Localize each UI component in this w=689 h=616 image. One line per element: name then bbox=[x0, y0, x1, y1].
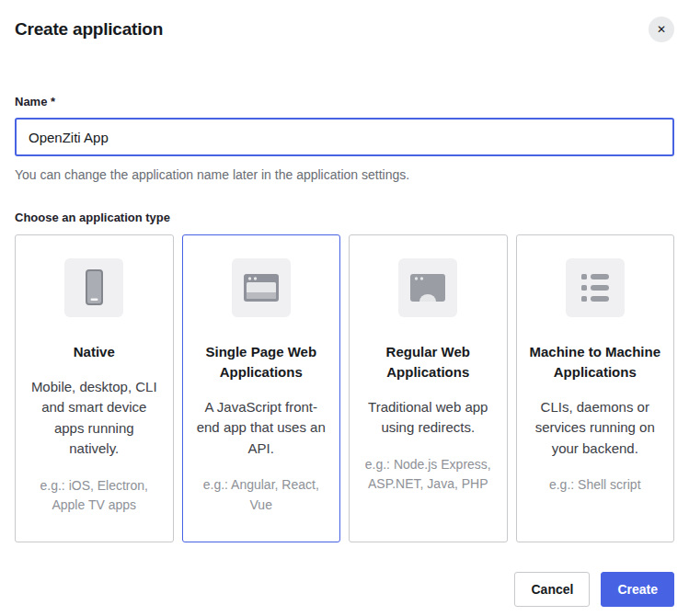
app-type-description: Traditional web app using redirects. bbox=[362, 397, 495, 439]
application-name-input[interactable] bbox=[15, 118, 674, 156]
app-type-title: Single Page Web Applications bbox=[195, 342, 328, 382]
application-type-label: Choose an application type bbox=[15, 211, 674, 224]
create-button[interactable]: Create bbox=[601, 572, 674, 607]
modal-title: Create application bbox=[15, 19, 163, 40]
close-icon: ✕ bbox=[657, 23, 666, 36]
app-type-example: e.g.: Angular, React, Vue bbox=[195, 475, 328, 515]
server-window-icon bbox=[398, 258, 457, 317]
app-type-example: e.g.: Node.js Express, ASP.NET, Java, PH… bbox=[362, 455, 495, 495]
app-type-card-regular-web[interactable]: Regular Web Applications Traditional web… bbox=[349, 234, 508, 542]
app-type-title: Regular Web Applications bbox=[362, 342, 495, 382]
app-type-title: Native bbox=[28, 342, 161, 362]
app-type-card-spa[interactable]: Single Page Web Applications A JavaScrip… bbox=[182, 234, 341, 542]
app-type-example: e.g.: Shell script bbox=[529, 475, 662, 496]
app-type-example: e.g.: iOS, Electron, Apple TV apps bbox=[28, 476, 161, 516]
cancel-button[interactable]: Cancel bbox=[514, 572, 590, 607]
close-button[interactable]: ✕ bbox=[649, 17, 674, 42]
app-type-card-native[interactable]: Native Mobile, desktop, CLI and smart de… bbox=[15, 234, 174, 542]
name-label: Name * bbox=[15, 95, 674, 108]
create-application-modal: Create application ✕ Name * You can chan… bbox=[0, 0, 689, 607]
app-type-title: Machine to Machine Applications bbox=[529, 342, 662, 382]
app-type-description: CLIs, daemons or services running on you… bbox=[529, 397, 662, 460]
app-type-description: A JavaScript front-end app that uses an … bbox=[195, 397, 328, 460]
app-type-description: Mobile, desktop, CLI and smart device ap… bbox=[28, 377, 161, 460]
name-helper-text: You can change the application name late… bbox=[15, 167, 674, 182]
modal-header: Create application ✕ bbox=[15, 0, 674, 42]
app-type-card-m2m[interactable]: Machine to Machine Applications CLIs, da… bbox=[516, 234, 675, 542]
phone-icon bbox=[64, 258, 123, 317]
browser-window-icon bbox=[232, 258, 291, 317]
application-type-cards: Native Mobile, desktop, CLI and smart de… bbox=[15, 234, 674, 542]
modal-footer: Cancel Create bbox=[15, 572, 674, 607]
list-icon bbox=[566, 258, 625, 317]
